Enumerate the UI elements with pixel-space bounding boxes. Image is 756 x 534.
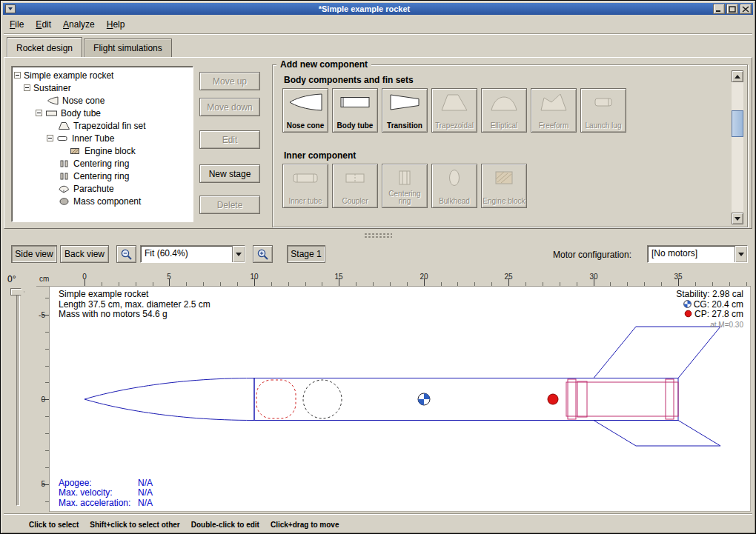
cp-icon — [684, 310, 692, 318]
add-engine-block-button: Engine block — [481, 164, 527, 208]
tree-item-fin-set[interactable]: Trapezoidal fin set — [12, 119, 193, 132]
side-view-button[interactable]: Side view — [11, 245, 57, 263]
tree-item-engine-block[interactable]: Engine block — [12, 144, 193, 157]
tree-item-mass-component[interactable]: Mass component — [12, 195, 193, 207]
status-bar: Click to select Shift+click to select ot… — [4, 516, 752, 533]
window-menu-icon[interactable] — [5, 4, 16, 13]
scrollbar-thumb[interactable] — [732, 110, 743, 137]
tree-item-parachute[interactable]: Parachute — [12, 182, 193, 195]
trapezoidal-fin-icon — [437, 91, 472, 113]
add-coupler-button: Coupler — [332, 164, 378, 208]
add-trapezoidal-fin-button: Trapezoidal — [431, 88, 477, 133]
rocket-name: Simple example rocket — [59, 290, 210, 300]
chevron-down-icon — [236, 253, 242, 256]
centering-ring-icon — [387, 167, 422, 189]
coupler-icon — [337, 167, 373, 189]
add-elliptical-fin-button: Elliptical — [481, 88, 527, 133]
rotation-slider-handle[interactable] — [10, 288, 24, 296]
rocket-info: Simple example rocket Length 37.5 cm, ma… — [59, 290, 210, 320]
collapse-icon[interactable] — [47, 135, 53, 141]
zoom-out-icon — [120, 248, 133, 261]
edit-button: Edit — [199, 130, 260, 149]
lower-fin[interactable] — [594, 421, 720, 447]
scroll-up-icon — [735, 75, 740, 79]
tab-rocket-design[interactable]: Rocket design — [7, 37, 82, 57]
combo-drop-button[interactable] — [735, 246, 747, 262]
new-stage-button[interactable]: New stage — [199, 164, 260, 183]
tree-item-body-tube[interactable]: Body tube — [12, 107, 193, 119]
close-button[interactable] — [740, 4, 752, 14]
scroll-down-icon — [735, 217, 740, 221]
collapse-icon[interactable] — [14, 72, 21, 79]
splitter-handle[interactable] — [1, 230, 755, 240]
inner-components[interactable] — [566, 379, 678, 419]
menu-edit[interactable]: Edit — [30, 17, 57, 32]
add-component-title: Add new component — [276, 59, 371, 70]
status-separator — [4, 513, 752, 515]
maximize-button[interactable] — [726, 4, 738, 14]
zoom-level-combobox[interactable]: Fit (60.4%) — [140, 245, 245, 263]
inner-tube-icon — [56, 134, 69, 143]
stage-1-toggle[interactable]: Stage 1 — [287, 245, 325, 263]
tree-item-inner-tube[interactable]: Inner Tube — [12, 132, 193, 144]
rotation-slider-track[interactable] — [16, 291, 20, 506]
menu-analyze[interactable]: Analyze — [57, 17, 101, 32]
motor-configuration-combobox[interactable]: [No motors] — [647, 245, 748, 263]
cp-marker — [548, 394, 558, 404]
move-up-button: Move up — [199, 72, 260, 90]
back-view-button[interactable]: Back view — [60, 245, 109, 263]
transition-icon — [387, 91, 422, 113]
simulation-results: Apogee:N/A Max. velocity:N/A Max. accele… — [59, 478, 153, 508]
tab-flight-simulations[interactable]: Flight simulations — [84, 39, 172, 57]
parachute-outline[interactable] — [256, 380, 296, 418]
motor-configuration-label: Motor configuration: — [553, 250, 631, 260]
add-nose-cone-button[interactable]: Nose cone — [282, 88, 328, 133]
splitter-grip-icon — [364, 233, 392, 238]
cg-icon — [683, 300, 692, 308]
upper-fin[interactable] — [594, 327, 720, 378]
scroll-up-button[interactable] — [732, 70, 743, 82]
scroll-down-button[interactable] — [732, 213, 743, 224]
mach-note: at M=0.30 — [676, 320, 743, 330]
tree-item-nose-cone[interactable]: Nose cone — [12, 94, 193, 107]
nose-cone-icon — [47, 96, 59, 105]
centering-ring-icon — [58, 172, 70, 181]
minimize-button[interactable] — [713, 4, 725, 14]
launch-lug-icon — [586, 91, 621, 113]
menu-help[interactable]: Help — [101, 17, 131, 32]
zoom-in-button[interactable] — [253, 245, 273, 263]
mass-component-outline[interactable] — [303, 380, 342, 418]
body-tube-icon — [45, 109, 58, 118]
tree-item-centering-ring-2[interactable]: Centering ring — [12, 170, 193, 182]
main-tabs: Rocket design Flight simulations — [7, 38, 173, 57]
collapse-icon[interactable] — [24, 84, 30, 91]
maximize-icon — [729, 6, 736, 13]
component-tree[interactable]: Simple example rocket Sustainer Nose con… — [11, 66, 193, 222]
add-inner-tube-button: Inner tube — [282, 164, 328, 208]
menu-bar: File Edit Analyze Help — [4, 16, 752, 33]
rocket-dimensions: Length 37.5 cm, max. diameter 2.5 cm — [59, 300, 210, 310]
title-bar[interactable]: *Simple example rocket — [3, 3, 753, 15]
collapse-icon[interactable] — [36, 110, 42, 116]
mass-component-icon — [58, 197, 70, 206]
tree-item-rocket[interactable]: Simple example rocket — [12, 69, 193, 81]
add-transition-button[interactable]: Transition — [382, 88, 428, 133]
body-components-label: Body components and fin sets — [284, 75, 414, 85]
combo-drop-button[interactable] — [232, 246, 245, 262]
elliptical-fin-icon — [486, 91, 522, 113]
stability-legend: Stability: 2.98 cal CG: 20.4 cm CP: 27.8… — [676, 290, 743, 330]
window-title: *Simple example rocket — [16, 4, 713, 15]
freeform-fin-icon — [536, 91, 571, 113]
window-controls — [713, 4, 752, 14]
component-panel-scrollbar[interactable] — [732, 70, 743, 224]
menu-separator — [4, 33, 752, 35]
menu-file[interactable]: File — [4, 17, 30, 32]
tree-item-centering-ring-1[interactable]: Centering ring — [12, 157, 193, 170]
close-icon — [742, 6, 749, 13]
cp-value: CP: 27.8 cm — [694, 309, 743, 319]
nose-cone-icon — [288, 91, 323, 113]
zoom-out-button[interactable] — [116, 245, 136, 263]
add-body-tube-button[interactable]: Body tube — [332, 88, 378, 133]
tree-item-sustainer[interactable]: Sustainer — [12, 81, 193, 94]
centering-ring-icon — [58, 159, 70, 168]
